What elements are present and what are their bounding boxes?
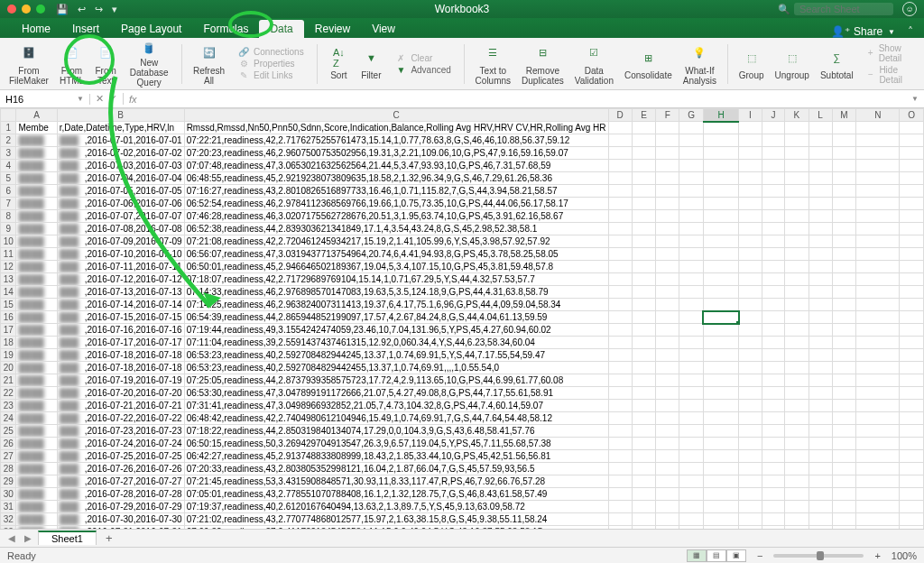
cell-B1[interactable]: r,Date,Datetime,Type,HRV,ln [57,122,184,134]
cell-E28[interactable] [632,463,655,475]
cell-M11[interactable] [832,248,856,261]
cell-E11[interactable] [632,248,655,261]
normal-view-button[interactable]: ▦ [687,549,707,562]
cell-F10[interactable] [656,235,679,248]
row-header-23[interactable]: 23 [1,400,16,412]
cell-H9[interactable] [703,223,738,235]
cell-E4[interactable] [632,160,655,172]
column-header-D[interactable]: D [608,109,632,122]
row-header-27[interactable]: 27 [1,450,16,463]
cell-B22[interactable]: ███,2016-07-20,2016-07-20 [57,387,184,400]
cell-B4[interactable]: ███,2016-07-03,2016-07-03 [57,160,184,172]
cell-E25[interactable] [632,425,655,438]
cell-M5[interactable] [832,172,856,185]
cell-E10[interactable] [632,235,655,248]
cell-J18[interactable] [762,337,785,349]
cell-A10[interactable]: ████ [16,235,57,248]
sheet-nav-first-icon[interactable]: ◀ [5,533,18,543]
cell-D13[interactable] [608,273,632,286]
cell-B15[interactable]: ███,2016-07-14,2016-07-14 [57,299,184,311]
cell-I14[interactable] [739,286,762,299]
cell-G23[interactable] [679,400,704,412]
cell-K29[interactable] [785,475,808,488]
cell-L24[interactable] [808,412,832,425]
refresh-all-button[interactable]: 🔄 Refresh All [189,40,228,88]
row-header-2[interactable]: 2 [1,134,16,147]
sheet-nav-next-icon[interactable]: ▶ [22,533,34,543]
cell-O20[interactable] [900,362,924,374]
column-header-K[interactable]: K [785,109,808,122]
column-header-F[interactable]: F [656,109,679,122]
cell-H11[interactable] [703,248,738,261]
cell-K19[interactable] [785,349,808,362]
cell-C17[interactable]: 07:19:44,readiness,49,3.1554242474059,23… [184,324,608,337]
column-header-N[interactable]: N [856,109,900,122]
cell-B9[interactable]: ███,2016-07-08,2016-07-08 [57,223,184,235]
cell-D30[interactable] [608,488,632,501]
cell-L1[interactable] [808,122,832,134]
cell-H14[interactable] [703,286,738,299]
cell-B13[interactable]: ███,2016-07-12,2016-07-12 [57,273,184,286]
cell-F17[interactable] [656,324,679,337]
cell-G21[interactable] [679,374,704,387]
row-header-28[interactable]: 28 [1,463,16,475]
cell-C2[interactable]: 07:22:21,readiness,42,2.7176275255761473… [184,134,608,147]
share-button[interactable]: 👤⁺ Share ▼ [831,25,895,38]
connections-button[interactable]: 🔗Connections [237,47,304,57]
cell-G26[interactable] [679,438,704,450]
cell-I16[interactable] [739,311,762,324]
cell-E14[interactable] [632,286,655,299]
cell-F23[interactable] [656,400,679,412]
cell-I15[interactable] [739,299,762,311]
cell-K30[interactable] [785,488,808,501]
subtotal-button[interactable]: ∑ Subtotal [817,40,857,88]
cell-J28[interactable] [762,463,785,475]
cell-B28[interactable]: ███,2016-07-26,2016-07-26 [57,463,184,475]
zoom-window-button[interactable] [36,5,45,14]
cell-E30[interactable] [632,488,655,501]
cell-D10[interactable] [608,235,632,248]
cell-M26[interactable] [832,438,856,450]
cell-B10[interactable]: ███,2016-07-09,2016-07-09 [57,235,184,248]
cell-E17[interactable] [632,324,655,337]
cell-B8[interactable]: ███,2016-07-07,2016-07-07 [57,210,184,223]
cell-H2[interactable] [703,134,738,147]
cell-K26[interactable] [785,438,808,450]
cell-C30[interactable]: 07:05:01,readiness,43,2.778551070788408,… [184,488,608,501]
cell-D5[interactable] [608,172,632,185]
row-header-15[interactable]: 15 [1,299,16,311]
cell-A2[interactable]: ████ [16,134,57,147]
cell-L10[interactable] [808,235,832,248]
cell-N17[interactable] [856,324,900,337]
cell-E2[interactable] [632,134,655,147]
cell-B25[interactable]: ███,2016-07-23,2016-07-23 [57,425,184,438]
cell-F3[interactable] [656,147,679,160]
cell-C23[interactable]: 07:31:41,readiness,47,3.0498966932852,21… [184,400,608,412]
cell-L9[interactable] [808,223,832,235]
cell-I12[interactable] [739,261,762,273]
row-header-18[interactable]: 18 [1,337,16,349]
cell-F14[interactable] [656,286,679,299]
cell-C16[interactable]: 06:54:39,readiness,44,2.865944852199097,… [184,311,608,324]
confirm-formula-icon[interactable]: ✓ [109,93,117,105]
cell-F32[interactable] [656,513,679,526]
row-header-22[interactable]: 22 [1,387,16,400]
cell-I28[interactable] [739,463,762,475]
cell-N16[interactable] [856,311,900,324]
cell-O2[interactable] [900,134,924,147]
tab-home[interactable]: Home [11,20,61,38]
cell-M7[interactable] [832,198,856,210]
data-validation-button[interactable]: ☑︎ Data Validation [571,40,617,88]
cell-A6[interactable]: ████ [16,185,57,198]
minimize-window-button[interactable] [22,5,31,14]
cell-G5[interactable] [679,172,704,185]
cell-H26[interactable] [703,438,738,450]
cell-J1[interactable] [762,122,785,134]
page-break-view-button[interactable]: ▣ [726,549,746,562]
cell-N22[interactable] [856,387,900,400]
cell-F20[interactable] [656,362,679,374]
cell-E27[interactable] [632,450,655,463]
cell-M12[interactable] [832,261,856,273]
zoom-slider[interactable] [773,554,864,558]
cell-K5[interactable] [785,172,808,185]
